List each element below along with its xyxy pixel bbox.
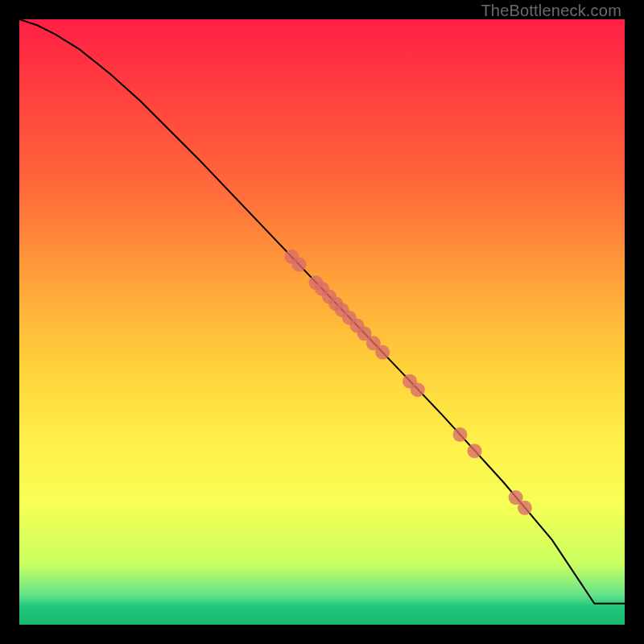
watermark-text: TheBottleneck.com xyxy=(481,2,621,20)
data-point xyxy=(452,427,467,442)
data-point xyxy=(468,444,482,458)
data-point xyxy=(375,345,390,360)
points-group xyxy=(284,250,532,515)
plot-area xyxy=(19,19,625,625)
chart-svg xyxy=(19,19,625,625)
chart-frame: TheBottleneck.com xyxy=(0,0,644,644)
curve-group xyxy=(19,19,625,604)
bottleneck-curve xyxy=(19,19,625,604)
data-point xyxy=(411,382,425,397)
data-point xyxy=(518,501,532,515)
data-point xyxy=(291,258,306,272)
